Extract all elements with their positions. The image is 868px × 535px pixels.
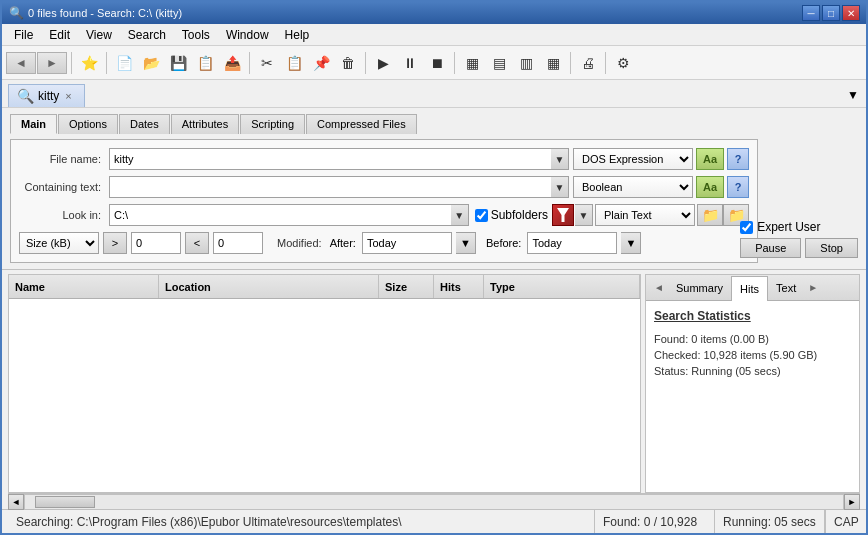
search-tab-bar: 🔍 kitty × ▼ <box>2 80 866 108</box>
filter-icon[interactable] <box>552 204 574 226</box>
print-button[interactable]: 🖨 <box>575 50 601 76</box>
view4-button[interactable]: ▦ <box>540 50 566 76</box>
hscroll-left[interactable]: ◄ <box>8 494 24 510</box>
menu-window[interactable]: Window <box>218 24 277 45</box>
export-button[interactable]: 📤 <box>219 50 245 76</box>
modified-label: Modified: <box>277 237 322 249</box>
containing-help-btn[interactable]: ? <box>727 176 749 198</box>
filter-dropdown[interactable]: ▼ <box>575 204 593 226</box>
stat-status: Status: Running (05 secs) <box>654 365 851 377</box>
hscroll-right[interactable]: ► <box>844 494 860 510</box>
containing-input[interactable] <box>109 176 551 198</box>
menu-view[interactable]: View <box>78 24 120 45</box>
cut-button[interactable]: ✂ <box>254 50 280 76</box>
menu-file[interactable]: File <box>6 24 41 45</box>
before-date-input[interactable] <box>527 232 617 254</box>
file-name-aa-btn[interactable]: Aa <box>696 148 724 170</box>
size-type-select[interactable]: Size (kB) Size (B) Size (MB) <box>19 232 99 254</box>
look-in-dropdown[interactable]: ▼ <box>451 204 469 226</box>
save-as-button[interactable]: 📋 <box>192 50 218 76</box>
panel-tab-text[interactable]: Text <box>768 275 804 300</box>
after-cal-btn[interactable]: ▼ <box>456 232 476 254</box>
tab-scripting[interactable]: Scripting <box>240 114 305 134</box>
col-name[interactable]: Name <box>9 275 159 298</box>
col-type[interactable]: Type <box>484 275 640 298</box>
look-in-wrapper: ▼ <box>109 204 469 226</box>
search-tab[interactable]: 🔍 kitty × <box>8 84 85 107</box>
panel-tab-hits[interactable]: Hits <box>731 276 768 301</box>
start-button[interactable]: ▶ <box>370 50 396 76</box>
size-max-input[interactable] <box>213 232 263 254</box>
panel-nav-left[interactable]: ◄ <box>650 279 668 297</box>
options-button[interactable]: ⚙ <box>610 50 636 76</box>
close-button[interactable]: ✕ <box>842 5 860 21</box>
look-in-input[interactable] <box>109 204 451 226</box>
new-search-button[interactable]: 📄 <box>111 50 137 76</box>
size-min-input[interactable] <box>131 232 181 254</box>
tab-options[interactable]: Options <box>58 114 118 134</box>
window-title: 0 files found - Search: C:\ (kitty) <box>28 7 802 19</box>
containing-label: Containing text: <box>19 181 109 193</box>
subfolders-checkbox[interactable] <box>475 209 488 222</box>
expert-user-check[interactable]: Expert User <box>740 220 820 234</box>
stop-tb-button[interactable]: ⏹ <box>424 50 450 76</box>
tab-dates[interactable]: Dates <box>119 114 170 134</box>
hscroll-track[interactable] <box>24 494 844 510</box>
after-label: After: <box>330 237 356 249</box>
separator-2 <box>106 52 107 74</box>
file-name-dropdown[interactable]: ▼ <box>551 148 569 170</box>
view3-button[interactable]: ▥ <box>513 50 539 76</box>
containing-type-select[interactable]: Boolean Wildcards Regular Expression <box>573 176 693 198</box>
search-tab-label: kitty <box>38 89 59 103</box>
app-icon: 🔍 <box>8 5 24 21</box>
containing-dropdown[interactable]: ▼ <box>551 176 569 198</box>
copy-button[interactable]: 📋 <box>281 50 307 76</box>
menu-tools[interactable]: Tools <box>174 24 218 45</box>
pause-tb-button[interactable]: ⏸ <box>397 50 423 76</box>
tab-compressed[interactable]: Compressed Files <box>306 114 417 134</box>
menu-help[interactable]: Help <box>277 24 318 45</box>
panel-nav-right[interactable]: ► <box>804 279 822 297</box>
size-lt-btn[interactable]: < <box>185 232 209 254</box>
file-name-type-select[interactable]: DOS Expression Regular Expression Wildca… <box>573 148 693 170</box>
expert-checkbox[interactable] <box>740 221 753 234</box>
size-gt-btn[interactable]: > <box>103 232 127 254</box>
tab-main[interactable]: Main <box>10 114 57 134</box>
tab-dropdown[interactable]: ▼ <box>844 84 862 106</box>
col-size[interactable]: Size <box>379 275 434 298</box>
menu-edit[interactable]: Edit <box>41 24 78 45</box>
delete-button[interactable]: 🗑 <box>335 50 361 76</box>
after-date-input[interactable] <box>362 232 452 254</box>
star-button[interactable]: ⭐ <box>76 50 102 76</box>
back-button[interactable]: ◄ <box>6 52 36 74</box>
expert-panel: Expert User Pause Stop <box>740 220 858 258</box>
stat-checked: Checked: 10,928 items (5.90 GB) <box>654 349 851 361</box>
paste-button[interactable]: 📌 <box>308 50 334 76</box>
maximize-button[interactable]: □ <box>822 5 840 21</box>
hscroll-thumb[interactable] <box>35 496 95 508</box>
view1-button[interactable]: ▦ <box>459 50 485 76</box>
subfolders-check[interactable]: Subfolders <box>475 208 548 222</box>
menu-search[interactable]: Search <box>120 24 174 45</box>
before-cal-btn[interactable]: ▼ <box>621 232 641 254</box>
status-bar: Searching: C:\Program Files (x86)\Epubor… <box>2 509 866 533</box>
col-location[interactable]: Location <box>159 275 379 298</box>
tab-attributes[interactable]: Attributes <box>171 114 239 134</box>
forward-button[interactable]: ► <box>37 52 67 74</box>
containing-aa-btn[interactable]: Aa <box>696 176 724 198</box>
file-name-input[interactable] <box>109 148 551 170</box>
plain-text-select[interactable]: Plain Text Binary <box>595 204 695 226</box>
minimize-button[interactable]: ─ <box>802 5 820 21</box>
open-button[interactable]: 📂 <box>138 50 164 76</box>
col-hits[interactable]: Hits <box>434 275 484 298</box>
save-button[interactable]: 💾 <box>165 50 191 76</box>
folder-browse-btn1[interactable]: 📁 <box>697 204 723 226</box>
stop-button[interactable]: Stop <box>805 238 858 258</box>
pause-stop-container: Pause Stop <box>740 238 858 258</box>
title-controls: ─ □ ✕ <box>802 5 860 21</box>
view2-button[interactable]: ▤ <box>486 50 512 76</box>
search-tab-close[interactable]: × <box>63 90 73 102</box>
file-name-help-btn[interactable]: ? <box>727 148 749 170</box>
pause-button[interactable]: Pause <box>740 238 801 258</box>
panel-tab-summary[interactable]: Summary <box>668 275 731 300</box>
